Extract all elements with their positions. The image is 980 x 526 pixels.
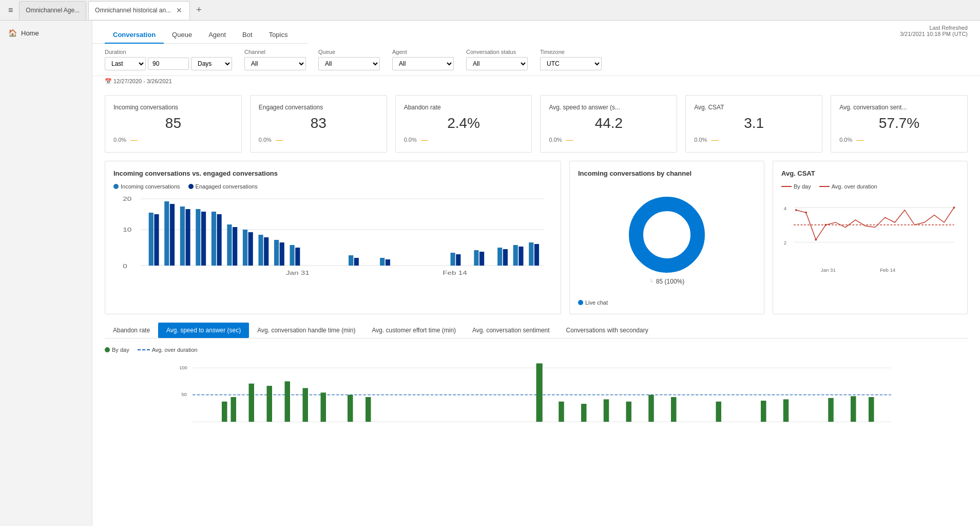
svg-point-50 [805, 212, 807, 214]
tab-agent[interactable]: Agent [200, 27, 234, 44]
svg-rect-25 [295, 248, 300, 266]
conversation-status-select[interactable]: All [466, 57, 528, 70]
bar-chart-card: Incoming conversations vs. engaged conve… [105, 161, 561, 314]
donut-svg [626, 194, 708, 276]
svg-text:2: 2 [784, 240, 786, 246]
svg-rect-39 [518, 247, 523, 266]
svg-rect-41 [534, 244, 539, 266]
tab-topics[interactable]: Topics [261, 27, 296, 44]
svg-rect-81 [828, 398, 834, 422]
donut-center-label: 85 (100%) [656, 278, 684, 285]
svg-point-53 [953, 206, 955, 209]
svg-rect-6 [149, 213, 153, 266]
kpi-indicator: — [711, 136, 718, 144]
date-range-text: 12/27/2020 - 3/26/2021 [113, 78, 172, 84]
svg-rect-75 [626, 402, 632, 422]
tab-bot[interactable]: Bot [234, 27, 261, 44]
sidebar: 🏠 Home [0, 21, 92, 526]
svg-rect-62 [222, 402, 227, 422]
kpi-change: 0.0% [259, 137, 272, 143]
queue-select[interactable]: All [318, 57, 380, 70]
channel-label: Channel [244, 49, 306, 55]
svg-rect-37 [503, 249, 508, 266]
kpi-value: 85 [113, 115, 233, 132]
legend-label-avg-duration: Avg. over duration [832, 183, 877, 190]
duration-label: Duration [105, 49, 232, 55]
bottom-chart-legend: By day Avg. over duration [105, 347, 968, 353]
kpi-title: Avg. CSAT [694, 104, 814, 111]
tab-close-button[interactable]: ✕ [175, 6, 183, 14]
svg-rect-17 [233, 227, 237, 266]
main-content: Conversation Queue Agent Bot Topics Last… [92, 21, 980, 526]
svg-rect-22 [274, 240, 279, 266]
app-body: 🏠 Home Conversation Queue Agent Bot Topi… [0, 21, 980, 526]
kpi-avg-speed-to-answer: Avg. speed to answer (s... 44.2 0.0% — [540, 95, 677, 153]
timezone-select[interactable]: UTC [540, 57, 602, 70]
duration-unit-select[interactable]: Days [191, 57, 232, 70]
channel-select[interactable]: All [244, 57, 306, 70]
legend-by-day-bottom: By day [105, 347, 129, 353]
agent-label: Agent [392, 49, 454, 55]
tab-avg-conversation-sentiment[interactable]: Avg. conversation sentiment [464, 323, 558, 338]
new-tab-button[interactable]: + [192, 3, 206, 17]
tab-menu-button[interactable]: ≡ [4, 4, 17, 17]
tab-omnichannel-agent[interactable]: Omnichannel Age... [19, 1, 86, 20]
svg-rect-69 [348, 395, 353, 422]
svg-rect-65 [267, 386, 273, 422]
tab-label: Omnichannel historical an... [95, 7, 171, 14]
kpi-change: 0.0% [404, 137, 417, 143]
tab-omnichannel-historical[interactable]: Omnichannel historical an... ✕ [88, 1, 190, 20]
nav-tabs: Conversation Queue Agent Bot Topics [92, 21, 308, 44]
svg-rect-12 [196, 209, 200, 266]
duration-value-input[interactable] [148, 58, 189, 70]
svg-text:0: 0 [123, 264, 127, 270]
svg-rect-8 [164, 201, 169, 266]
tab-avg-speed-to-answer[interactable]: Avg. speed to answer (sec) [158, 323, 249, 338]
svg-text:Jan 31: Jan 31 [821, 267, 836, 273]
svg-rect-19 [248, 232, 253, 266]
sidebar-item-home[interactable]: 🏠 Home [0, 25, 92, 41]
svg-rect-79 [761, 401, 766, 422]
duration-preset-select[interactable]: Last [105, 57, 146, 70]
svg-text:Feb 14: Feb 14 [443, 270, 467, 276]
last-refreshed-label: Last Refreshed [900, 25, 968, 31]
filter-channel: Channel All [244, 49, 306, 70]
csat-chart-svg: 4 2 [781, 194, 959, 276]
kpi-title: Abandon rate [404, 104, 524, 111]
kpi-change: 0.0% [549, 137, 562, 143]
tab-queue[interactable]: Queue [164, 27, 200, 44]
bar-chart-area: 20 10 0 [113, 194, 552, 276]
kpi-indicator: — [421, 136, 428, 144]
tab-conversation[interactable]: Conversation [105, 27, 164, 44]
svg-text:Feb 14: Feb 14 [880, 267, 896, 273]
svg-point-51 [815, 239, 817, 241]
filter-timezone: Timezone UTC [540, 49, 602, 70]
filter-queue: Queue All [318, 49, 380, 70]
filter-duration: Duration Last Days [105, 49, 232, 70]
calendar-icon: 📅 [105, 78, 112, 84]
bottom-section: Abandon rate Avg. speed to answer (sec) … [92, 323, 980, 443]
legend-label-by-day-bottom: By day [112, 347, 129, 353]
kpi-change: 0.0% [113, 137, 126, 143]
svg-point-52 [825, 224, 827, 226]
svg-text:20: 20 [123, 196, 131, 202]
svg-rect-21 [264, 237, 268, 266]
tab-avg-handle-time[interactable]: Avg. conversation handle time (min) [249, 323, 363, 338]
svg-rect-7 [154, 214, 159, 266]
csat-chart-title: Avg. CSAT [781, 170, 959, 177]
legend-label-live-chat: Live chat [585, 299, 608, 306]
agent-select[interactable]: All [392, 57, 454, 70]
last-refreshed-date: 3/21/2021 10:18 PM (UTC) [900, 31, 968, 37]
svg-text:4: 4 [784, 205, 787, 211]
svg-rect-20 [258, 235, 263, 266]
tab-abandon-rate[interactable]: Abandon rate [105, 323, 158, 338]
svg-rect-14 [212, 212, 216, 266]
tab-conversations-with-secondary[interactable]: Conversations with secondary [558, 323, 657, 338]
svg-rect-35 [479, 252, 484, 266]
conversation-status-label: Conversation status [466, 49, 528, 55]
legend-dashed-avg [138, 349, 150, 350]
filter-agent: Agent All [392, 49, 454, 70]
bottom-chart-svg: 100 50 [105, 361, 968, 433]
tab-avg-customer-effort[interactable]: Avg. customer effort time (min) [363, 323, 464, 338]
svg-rect-72 [559, 402, 564, 422]
